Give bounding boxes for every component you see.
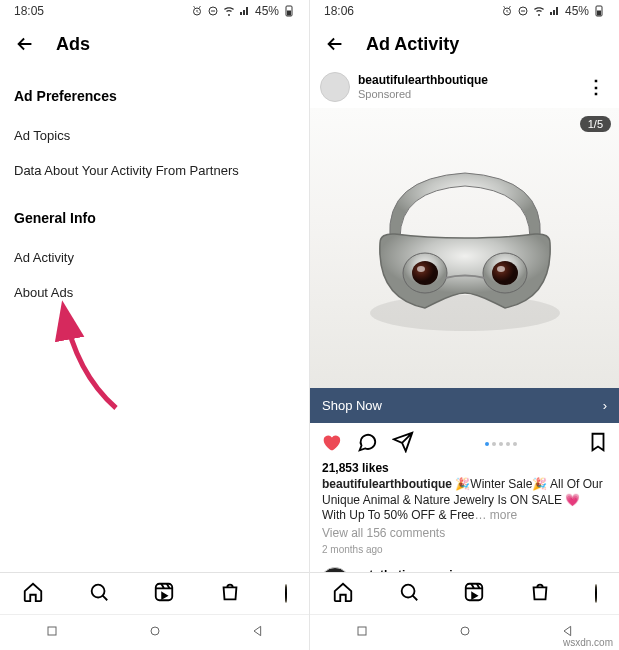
carousel-dots bbox=[428, 442, 573, 446]
post-header-2: AM artstheticmagazine Sponsored ⋮ bbox=[310, 561, 619, 572]
svg-rect-6 bbox=[48, 627, 56, 635]
post-more-button[interactable]: ⋮ bbox=[583, 76, 609, 98]
status-time: 18:06 bbox=[324, 4, 354, 18]
svg-rect-11 bbox=[598, 11, 601, 15]
signal-icon bbox=[549, 5, 561, 17]
like-button[interactable] bbox=[320, 431, 342, 457]
carousel-counter: 1/5 bbox=[580, 116, 611, 132]
status-time: 18:05 bbox=[14, 4, 44, 18]
system-nav bbox=[0, 614, 309, 650]
tab-profile[interactable] bbox=[595, 585, 597, 603]
page-title: Ads bbox=[56, 34, 90, 55]
section-general-info: General Info bbox=[0, 188, 309, 240]
cta-label: Shop Now bbox=[322, 398, 382, 413]
product-ring-image bbox=[335, 138, 595, 358]
status-bar: 18:06 45% bbox=[310, 0, 619, 22]
cta-shop-now[interactable]: Shop Now › bbox=[310, 388, 619, 423]
save-button[interactable] bbox=[587, 431, 609, 457]
likes-count[interactable]: 21,853 likes bbox=[310, 461, 619, 477]
svg-rect-21 bbox=[358, 627, 366, 635]
post-caption: beautifulearthboutique 🎉Winter Sale🎉 All… bbox=[310, 477, 619, 524]
nav-home[interactable] bbox=[147, 623, 163, 643]
phone-left: 18:05 45% Ads Ad Preferences Ad Topics D… bbox=[0, 0, 309, 650]
svg-point-17 bbox=[492, 261, 518, 285]
menu-ad-topics[interactable]: Ad Topics bbox=[0, 118, 309, 153]
menu-about-ads[interactable]: About Ads bbox=[0, 275, 309, 310]
status-icons: 45% bbox=[501, 4, 605, 18]
back-button[interactable] bbox=[14, 33, 36, 55]
signal-icon bbox=[239, 5, 251, 17]
tab-home[interactable] bbox=[332, 581, 354, 607]
phone-right: 18:06 45% Ad Activity beautifulearthbout… bbox=[309, 0, 619, 650]
avatar-icon bbox=[595, 584, 597, 603]
wifi-icon bbox=[533, 5, 545, 17]
alarm-icon bbox=[501, 5, 513, 17]
svg-point-7 bbox=[151, 627, 159, 635]
alarm-icon bbox=[191, 5, 203, 17]
avatar[interactable] bbox=[320, 72, 350, 102]
action-row bbox=[310, 423, 619, 461]
app-tabbar bbox=[0, 572, 309, 614]
caption-more[interactable]: … more bbox=[475, 508, 518, 522]
view-comments[interactable]: View all 156 comments bbox=[310, 524, 619, 542]
post-time: 2 months ago bbox=[310, 542, 619, 561]
header: Ads bbox=[0, 22, 309, 66]
nav-back[interactable] bbox=[250, 623, 266, 643]
battery-icon bbox=[593, 5, 605, 17]
svg-point-18 bbox=[497, 266, 505, 272]
back-button[interactable] bbox=[324, 33, 346, 55]
sponsored-label: Sponsored bbox=[358, 88, 575, 100]
watermark: wsxdn.com bbox=[563, 637, 613, 648]
svg-rect-3 bbox=[288, 11, 291, 15]
section-ad-preferences: Ad Preferences bbox=[0, 66, 309, 118]
battery-icon bbox=[283, 5, 295, 17]
tab-search[interactable] bbox=[398, 581, 420, 607]
svg-point-4 bbox=[91, 584, 104, 597]
avatar-icon bbox=[285, 584, 287, 603]
app-tabbar bbox=[310, 572, 619, 614]
dnd-icon bbox=[517, 5, 529, 17]
post-more-button[interactable]: ⋮ bbox=[583, 571, 609, 572]
post-username[interactable]: artstheticmagazine bbox=[358, 569, 575, 572]
wifi-icon bbox=[223, 5, 235, 17]
dnd-icon bbox=[207, 5, 219, 17]
share-button[interactable] bbox=[392, 431, 414, 457]
tab-reels[interactable] bbox=[463, 581, 485, 607]
content-right: beautifulearthboutique Sponsored ⋮ 1/5 bbox=[310, 66, 619, 572]
post-username[interactable]: beautifulearthboutique bbox=[358, 74, 575, 87]
arrow-left-icon bbox=[324, 33, 346, 55]
battery-pct: 45% bbox=[255, 4, 279, 18]
arrow-left-icon bbox=[14, 33, 36, 55]
nav-recent[interactable] bbox=[44, 623, 60, 643]
status-icons: 45% bbox=[191, 4, 295, 18]
comment-button[interactable] bbox=[356, 431, 378, 457]
avatar[interactable]: AM bbox=[320, 567, 350, 572]
post-header: beautifulearthboutique Sponsored ⋮ bbox=[310, 66, 619, 108]
tab-search[interactable] bbox=[88, 581, 110, 607]
status-bar: 18:05 45% bbox=[0, 0, 309, 22]
annotation-arrow bbox=[46, 298, 146, 418]
svg-point-12 bbox=[370, 295, 560, 331]
svg-point-15 bbox=[417, 266, 425, 272]
page-title: Ad Activity bbox=[366, 34, 459, 55]
tab-profile[interactable] bbox=[285, 585, 287, 603]
tab-home[interactable] bbox=[22, 581, 44, 607]
tab-shop[interactable] bbox=[219, 581, 241, 607]
chevron-right-icon: › bbox=[603, 398, 607, 413]
header: Ad Activity bbox=[310, 22, 619, 66]
nav-home[interactable] bbox=[457, 623, 473, 643]
content-left: Ad Preferences Ad Topics Data About Your… bbox=[0, 66, 309, 572]
tab-reels[interactable] bbox=[153, 581, 175, 607]
tab-shop[interactable] bbox=[529, 581, 551, 607]
battery-pct: 45% bbox=[565, 4, 589, 18]
svg-point-19 bbox=[401, 584, 414, 597]
svg-point-22 bbox=[461, 627, 469, 635]
menu-data-activity[interactable]: Data About Your Activity From Partners bbox=[0, 153, 309, 188]
post-image[interactable]: 1/5 bbox=[310, 108, 619, 388]
menu-ad-activity[interactable]: Ad Activity bbox=[0, 240, 309, 275]
caption-username[interactable]: beautifulearthboutique bbox=[322, 477, 452, 491]
svg-point-14 bbox=[412, 261, 438, 285]
nav-recent[interactable] bbox=[354, 623, 370, 643]
